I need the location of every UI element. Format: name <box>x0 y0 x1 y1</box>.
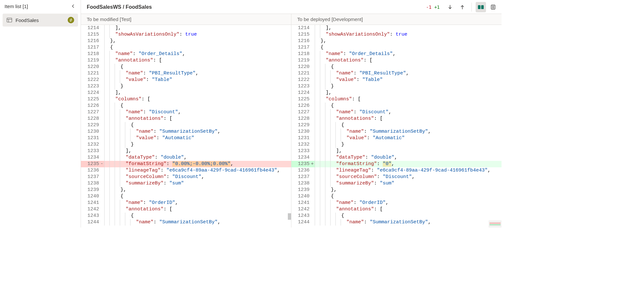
line-content: }, <box>330 187 502 193</box>
topbar-actions: -1 +1 <box>426 2 498 12</box>
line-number: 1224 <box>291 90 311 96</box>
code-line: 1214], <box>291 25 502 31</box>
indent-guides <box>315 116 335 122</box>
sidebar-item-foodsales[interactable]: FoodSales <box>3 14 78 27</box>
line-number: 1234 <box>291 154 311 161</box>
diff-marker <box>311 200 315 206</box>
line-number: 1231 <box>81 135 100 141</box>
indent-guides <box>104 219 135 226</box>
next-diff-button[interactable] <box>445 2 455 12</box>
collapse-sidebar-button[interactable] <box>70 3 77 10</box>
diff-marker <box>311 122 315 128</box>
line-number: 1239 <box>291 187 311 193</box>
indent-guides <box>104 154 125 161</box>
sidebar-title: Item list [1] <box>5 4 28 9</box>
diff-marker <box>311 25 315 31</box>
indent-guides <box>315 187 330 193</box>
diff-marker <box>100 219 104 226</box>
code-line: 1226{ <box>81 103 291 109</box>
right-pane-header: To be deployed [Development] <box>291 14 502 25</box>
code-line: 1243{ <box>291 213 502 219</box>
line-content: "name": "Discount", <box>125 109 291 116</box>
indent-guides <box>315 109 335 116</box>
scrollbar-thumb[interactable] <box>288 213 291 220</box>
code-line: 1242"annotations": [ <box>291 206 502 213</box>
indent-guides <box>104 128 135 135</box>
line-content: { <box>109 44 291 51</box>
inline-view-button[interactable] <box>488 2 498 12</box>
line-content: } <box>120 83 291 90</box>
indent-guides <box>315 44 320 51</box>
code-line: 1233], <box>291 148 502 154</box>
prev-diff-button[interactable] <box>457 2 468 12</box>
line-content: "name": "Order_Details", <box>325 51 502 57</box>
right-pane[interactable]: 1214],1215"showAsVariationsOnly": true12… <box>291 25 502 228</box>
code-line: 1230"name": "SummarizationSetBy", <box>81 128 291 135</box>
line-content: }, <box>120 187 291 193</box>
svg-rect-3 <box>478 5 480 9</box>
line-number: 1218 <box>291 51 311 57</box>
line-number: 1235 <box>81 161 100 167</box>
code-line: 1227"name": "Discount", <box>291 109 502 116</box>
line-content: "summarizeBy": "sum" <box>335 180 502 187</box>
indent-guides <box>104 96 115 103</box>
code-line: 1235+"formatString": "0", <box>291 161 502 167</box>
line-number: 1238 <box>81 180 100 187</box>
line-content: "value": "Table" <box>335 77 502 83</box>
diff-marker <box>100 206 104 213</box>
indent-guides <box>104 167 125 174</box>
line-content: "dataType": "double", <box>125 154 291 161</box>
code-line: 1216}, <box>81 38 291 44</box>
line-number: 1215 <box>291 31 311 38</box>
diff-minimap[interactable] <box>489 220 502 228</box>
line-content: { <box>330 193 502 200</box>
line-number: 1238 <box>291 180 311 187</box>
line-number: 1230 <box>81 128 100 135</box>
diff-area: 1214],1215"showAsVariationsOnly": true12… <box>81 25 502 228</box>
diff-marker <box>311 103 315 109</box>
diff-marker <box>311 109 315 116</box>
diff-marker <box>311 206 315 213</box>
line-content: "annotations": [ <box>335 116 502 122</box>
code-line: 1242"annotations": [ <box>81 206 291 213</box>
diff-marker <box>100 213 104 219</box>
indent-guides <box>104 187 120 193</box>
diff-marker <box>100 174 104 180</box>
line-number: 1227 <box>291 109 311 116</box>
indent-guides <box>104 25 115 31</box>
line-content: "name": "Discount", <box>335 109 502 116</box>
line-content: "annotations": [ <box>325 57 502 64</box>
diff-marker <box>100 57 104 64</box>
code-line: 1243{ <box>81 213 291 219</box>
code-line: 1236"lineageTag": "e6ca9cf4-89aa-429f-9c… <box>291 167 502 174</box>
indent-guides <box>315 135 346 141</box>
code-line: 1225"columns": [ <box>291 96 502 103</box>
line-content: { <box>130 122 291 128</box>
indent-guides <box>315 90 325 96</box>
indent-guides <box>104 109 125 116</box>
line-number: 1219 <box>291 57 311 64</box>
line-number: 1229 <box>81 122 100 128</box>
diff-marker <box>311 51 315 57</box>
indent-guides <box>315 219 346 226</box>
line-number: 1217 <box>81 44 100 51</box>
line-content: "name": "OrderID", <box>335 200 502 206</box>
code-line: 1220{ <box>291 64 502 70</box>
line-number: 1216 <box>81 38 100 44</box>
side-by-side-view-button[interactable] <box>476 2 486 12</box>
line-number: 1242 <box>81 206 100 213</box>
code-line: 1229{ <box>291 122 502 128</box>
diff-marker <box>100 193 104 200</box>
left-pane[interactable]: 1214],1215"showAsVariationsOnly": true12… <box>81 25 291 228</box>
line-content: "annotations": [ <box>125 206 291 213</box>
code-line: 1232} <box>291 141 502 148</box>
chevron-left-icon <box>71 4 75 8</box>
code-line: 1223} <box>81 83 291 90</box>
line-number: 1220 <box>291 64 311 70</box>
diff-marker <box>311 64 315 70</box>
code-line: 1224], <box>81 90 291 96</box>
line-content: "lineageTag": "e6ca9cf4-89aa-429f-9cad-4… <box>335 167 502 174</box>
diff-marker <box>311 31 315 38</box>
indent-guides <box>104 213 130 219</box>
code-line: 1231"value": "Automatic" <box>81 135 291 141</box>
